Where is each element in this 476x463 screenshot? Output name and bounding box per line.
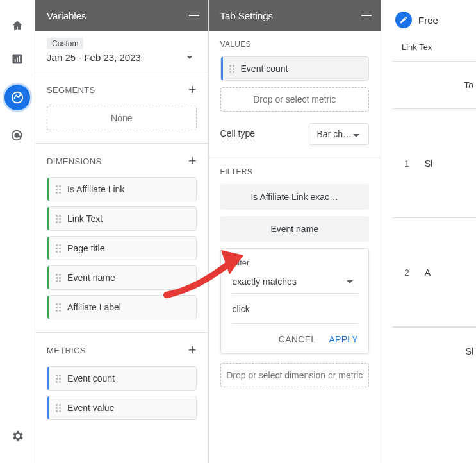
gear-icon[interactable]	[10, 428, 25, 444]
drag-handle-icon[interactable]	[56, 244, 62, 253]
table-row[interactable]: 2A	[393, 218, 476, 327]
segments-title: SEGMENTS	[47, 85, 95, 95]
dimensions-title: DIMENSIONS	[47, 156, 101, 166]
tab-settings-panel: Tab Settings VALUES Event count Drop or …	[208, 0, 381, 463]
chevron-down-icon	[347, 280, 353, 283]
svg-point-4	[12, 92, 23, 103]
date-range-text: Jan 25 - Feb 23, 2023	[47, 52, 141, 63]
metrics-title: METRICS	[47, 346, 86, 355]
values-drop-zone[interactable]: Drop or select metric	[220, 87, 369, 112]
drag-handle-icon[interactable]	[56, 215, 62, 223]
pencil-icon	[395, 12, 412, 28]
chevron-down-icon	[186, 56, 193, 59]
bar-chart-icon[interactable]	[10, 51, 25, 67]
segments-section: SEGMENTS + None	[35, 72, 208, 144]
drag-handle-icon[interactable]	[56, 303, 62, 312]
minimize-icon[interactable]	[189, 15, 199, 16]
applied-filter-chip[interactable]: Is Affiliate Link exac…	[220, 184, 369, 210]
dimension-chip[interactable]: Affiliate Label	[47, 295, 196, 319]
drag-handle-icon[interactable]	[56, 274, 62, 282]
panel-title: Variables	[47, 10, 86, 21]
variables-panel: Variables Custom Jan 25 - Feb 23, 2023 S…	[35, 0, 208, 463]
tab-settings-header: Tab Settings	[209, 0, 381, 31]
dimension-chip[interactable]: Page title	[47, 236, 196, 260]
panel-title: Tab Settings	[220, 10, 274, 21]
values-title: VALUES	[220, 40, 369, 49]
cancel-button[interactable]: CANCEL	[279, 334, 316, 344]
drag-handle-icon[interactable]	[56, 375, 62, 383]
filter-value-input[interactable]: click	[231, 294, 358, 324]
dimension-chip[interactable]: Is Affiliate Link	[47, 177, 196, 201]
filter-editor: Filter exactly matches click CANCEL APPL…	[220, 248, 369, 354]
tab-label: Free	[418, 15, 438, 26]
totals-row: To	[393, 62, 476, 109]
add-metric-button[interactable]: +	[188, 343, 197, 357]
variables-header: Variables	[35, 0, 208, 31]
filter-condition-select[interactable]: exactly matches	[231, 274, 358, 294]
footer-row: Sl	[393, 327, 476, 375]
minimize-icon[interactable]	[361, 15, 372, 16]
home-icon[interactable]	[10, 18, 25, 33]
metrics-section: METRICS + Event count Event value	[35, 333, 208, 433]
filters-section: FILTERS Is Affiliate Link exac… Event na…	[209, 158, 381, 400]
nav-rail	[0, 0, 35, 463]
values-section: VALUES Event count Drop or select metric…	[209, 31, 381, 158]
column-header: Link Tex	[393, 37, 476, 62]
apply-button[interactable]: APPLY	[329, 334, 358, 344]
metric-chip[interactable]: Event count	[47, 366, 196, 391]
filters-drop-zone[interactable]: Drop or select dimension or metric	[220, 363, 369, 387]
results-tab[interactable]: Free	[393, 8, 476, 37]
svg-rect-3	[19, 56, 21, 62]
add-segment-button[interactable]: +	[188, 83, 197, 97]
svg-rect-2	[17, 58, 18, 62]
cell-type-select[interactable]: Bar ch…	[309, 123, 369, 145]
table-row[interactable]: 1Sl	[393, 109, 476, 218]
filter-dimension-chip[interactable]: Event name	[220, 216, 369, 242]
cell-type-label: Cell type	[220, 128, 255, 140]
dimension-chip[interactable]: Link Text	[47, 206, 196, 231]
chevron-down-icon	[353, 134, 359, 137]
results-panel: Free Link Tex To 1Sl 2A Sl	[393, 0, 476, 463]
drag-handle-icon[interactable]	[56, 185, 62, 194]
svg-point-6	[15, 133, 18, 137]
value-chip[interactable]: Event count	[220, 56, 369, 81]
dimensions-section: DIMENSIONS + Is Affiliate Link Link Text…	[35, 144, 208, 333]
date-range-picker[interactable]: Custom Jan 25 - Feb 23, 2023	[35, 31, 208, 72]
date-badge: Custom	[47, 38, 83, 49]
metric-chip[interactable]: Event value	[47, 396, 196, 420]
svg-rect-1	[15, 59, 16, 62]
filters-title: FILTERS	[220, 167, 369, 176]
drag-handle-icon[interactable]	[229, 65, 236, 73]
explore-icon[interactable]	[4, 85, 30, 110]
target-icon[interactable]	[10, 128, 25, 144]
add-dimension-button[interactable]: +	[188, 154, 197, 168]
segments-drop-zone[interactable]: None	[47, 106, 196, 130]
filter-label: Filter	[231, 258, 358, 267]
drag-handle-icon[interactable]	[56, 404, 62, 412]
dimension-chip[interactable]: Event name	[47, 265, 196, 290]
